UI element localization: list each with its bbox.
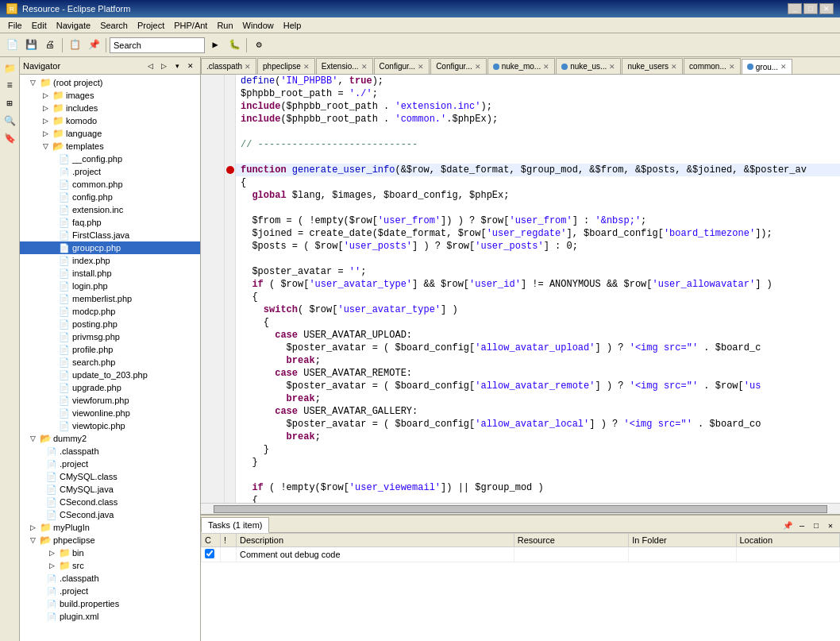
tab-extensio[interactable]: Extensio... ✕ xyxy=(316,58,373,74)
list-item[interactable]: 📄 upgrade.php xyxy=(20,381,200,394)
list-item[interactable]: 📄 config.php xyxy=(20,191,200,203)
tab-close-configur2[interactable]: ✕ xyxy=(475,63,481,71)
search-input[interactable] xyxy=(114,41,185,50)
horizontal-scrollbar[interactable] xyxy=(201,503,840,514)
tab-close-extensio[interactable]: ✕ xyxy=(361,63,368,71)
tab-close-classpath[interactable]: ✕ xyxy=(245,63,251,71)
nav-close-button[interactable]: ✕ xyxy=(184,60,197,72)
tab-close-nukeus[interactable]: ✕ xyxy=(609,63,615,71)
task-checkbox-cell[interactable] xyxy=(202,547,221,562)
list-item[interactable]: 📄 CSecond.class xyxy=(20,496,200,508)
list-item[interactable]: 📄 common.php xyxy=(20,178,200,191)
tree-toggle-templates[interactable]: ▽ xyxy=(39,140,52,153)
list-item[interactable]: 📄 viewtopic.php xyxy=(20,419,200,432)
list-item[interactable]: 📄 CMySQL.java xyxy=(20,483,200,496)
save-button[interactable]: 💾 xyxy=(22,37,40,54)
menu-project[interactable]: Project xyxy=(133,19,169,32)
tree-toggle-plugin[interactable]: ▷ xyxy=(26,521,39,534)
navigator-icon[interactable]: 📁 xyxy=(2,60,17,76)
list-item[interactable]: ▷ 📁 bin xyxy=(20,546,200,559)
bottom-minimize-button[interactable]: — xyxy=(796,519,808,532)
bookmark-icon[interactable]: 🔖 xyxy=(2,130,17,146)
tree-toggle-phpeclipse[interactable]: ▽ xyxy=(26,534,39,546)
maximize-button[interactable]: □ xyxy=(803,3,818,14)
search-side-icon[interactable]: 🔍 xyxy=(2,113,17,129)
paste-button[interactable]: 📌 xyxy=(85,37,102,54)
menu-search[interactable]: Search xyxy=(95,19,133,32)
settings-button[interactable]: ⚙ xyxy=(250,37,268,54)
tab-nuke-us[interactable]: nuke_us... ✕ xyxy=(556,58,621,74)
tab-close-configur1[interactable]: ✕ xyxy=(418,63,424,71)
list-item[interactable]: 📄 faq.php xyxy=(20,216,200,229)
list-item[interactable]: 📄 memberlist.php xyxy=(20,292,200,305)
nav-menu-button[interactable]: ▾ xyxy=(171,60,183,72)
list-item[interactable]: 📄 CSecond.java xyxy=(20,508,200,521)
code-content[interactable]: define('IN_PHPBB', true); $phpbb_root_pa… xyxy=(201,75,840,503)
file-tree[interactable]: ▽ 📁 (root project) ▷ 📁 images ▷ 📁 includ… xyxy=(20,75,200,641)
tree-toggle-bin[interactable]: ▷ xyxy=(45,546,58,559)
debug-button[interactable]: 🐛 xyxy=(225,37,243,54)
tree-root[interactable]: ▽ 📁 (root project) xyxy=(20,76,200,89)
tree-toggle-komodo[interactable]: ▷ xyxy=(39,114,52,127)
list-item[interactable]: ▷ 📁 komodo xyxy=(20,114,200,127)
new-button[interactable]: 📄 xyxy=(3,37,21,54)
menu-file[interactable]: File xyxy=(3,19,27,32)
search-box[interactable] xyxy=(110,37,205,53)
list-item[interactable]: 📄 modcp.php xyxy=(20,305,200,318)
print-button[interactable]: 🖨 xyxy=(41,37,59,54)
list-item[interactable]: ▽ 📂 phpeclipse xyxy=(20,534,200,546)
list-item[interactable]: 📄 update_to_203.php xyxy=(20,369,200,381)
tab-phpeclipse[interactable]: phpeclipse ✕ xyxy=(257,58,315,74)
list-item[interactable]: 📄 viewforum.php xyxy=(20,394,200,407)
list-item[interactable]: 📄 index.php xyxy=(20,254,200,267)
tasks-tab[interactable]: Tasks (1 item) xyxy=(201,517,269,533)
list-item[interactable]: 📄 install.php xyxy=(20,267,200,280)
menu-phpant[interactable]: PHP/Ant xyxy=(169,19,212,32)
list-item[interactable]: ▷ 📁 src xyxy=(20,559,200,572)
run-button[interactable]: ▶ xyxy=(206,37,224,54)
scrollbar-thumb[interactable] xyxy=(214,505,827,513)
tab-close-groupcp[interactable]: ✕ xyxy=(780,63,787,71)
tab-nuke-users[interactable]: nuke_users ✕ xyxy=(622,58,683,74)
tab-configur1[interactable]: Configur... ✕ xyxy=(374,58,430,74)
close-button[interactable]: ✕ xyxy=(819,3,834,14)
tab-close-common[interactable]: ✕ xyxy=(729,63,735,71)
list-item[interactable]: ▷ 📁 images xyxy=(20,89,200,102)
tree-toggle-src[interactable]: ▷ xyxy=(45,559,58,572)
list-item[interactable]: 📄 __config.php xyxy=(20,153,200,165)
list-item[interactable]: ▽ 📂 dummy2 xyxy=(20,432,200,445)
list-item[interactable]: 📄 CMySQL.class xyxy=(20,470,200,483)
tab-groupcp[interactable]: grou... ✕ xyxy=(742,59,792,75)
tab-configur2[interactable]: Configur... ✕ xyxy=(430,58,487,74)
minimize-button[interactable]: _ xyxy=(788,3,802,14)
hierarchy-icon[interactable]: ⊞ xyxy=(2,95,17,111)
tree-toggle-language[interactable]: ▷ xyxy=(39,127,52,140)
menu-navigate[interactable]: Navigate xyxy=(52,19,95,32)
nav-forward-button[interactable]: ▷ xyxy=(157,60,170,72)
list-item[interactable]: 📄 build.properties xyxy=(20,597,200,610)
list-item[interactable]: 📄 .project xyxy=(20,165,200,178)
list-item[interactable]: 📄 login.php xyxy=(20,280,200,292)
tab-close-nukeusers[interactable]: ✕ xyxy=(671,63,677,71)
bottom-pin-button[interactable]: 📌 xyxy=(781,519,794,532)
list-item[interactable]: 📄 profile.php xyxy=(20,343,200,356)
tree-toggle-includes[interactable]: ▷ xyxy=(39,102,52,114)
tab-nuke-mo[interactable]: nuke_mo... ✕ xyxy=(487,58,555,74)
list-item[interactable]: 📄 search.php xyxy=(20,356,200,369)
bottom-maximize-button[interactable]: □ xyxy=(810,519,823,532)
task-checkbox[interactable] xyxy=(205,549,214,558)
list-item[interactable]: 📄 viewonline.php xyxy=(20,407,200,419)
tree-toggle-images[interactable]: ▷ xyxy=(39,89,52,102)
tab-common[interactable]: common... ✕ xyxy=(684,58,741,74)
outline-icon[interactable]: ≡ xyxy=(2,78,17,94)
list-item[interactable]: 📄 posting.php xyxy=(20,318,200,330)
list-item[interactable]: 📄 plugin.xml xyxy=(20,610,200,623)
tab-classpath[interactable]: .classpath ✕ xyxy=(201,58,256,74)
tree-toggle-dummy2[interactable]: ▽ xyxy=(26,432,39,445)
code-editor[interactable]: define('IN_PHPBB', true); $phpbb_root_pa… xyxy=(201,75,840,503)
menu-run[interactable]: Run xyxy=(212,19,237,32)
copy-button[interactable]: 📋 xyxy=(66,37,83,54)
list-item[interactable]: 📄 .project xyxy=(20,585,200,597)
menu-window[interactable]: Window xyxy=(238,19,279,32)
list-item[interactable]: ▷ 📁 includes xyxy=(20,102,200,114)
